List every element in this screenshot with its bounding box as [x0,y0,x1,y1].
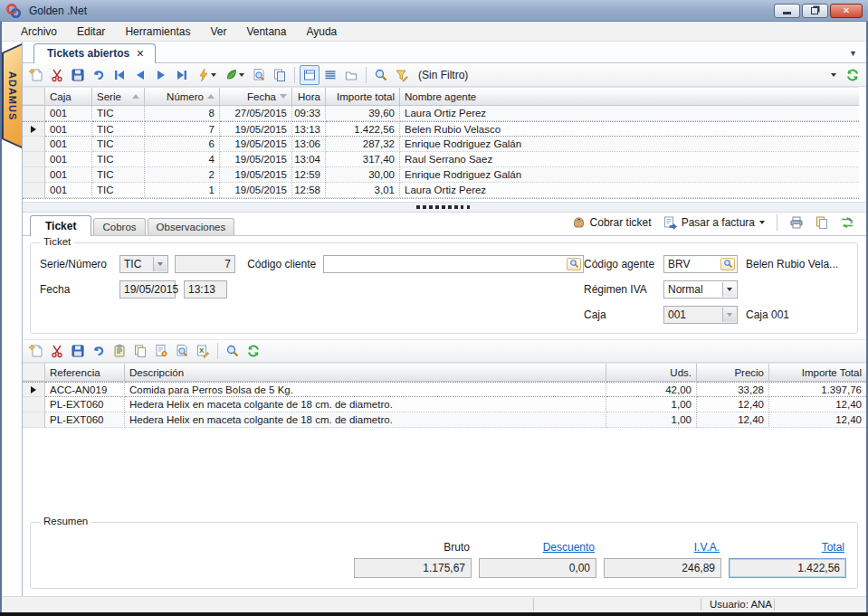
copy-button[interactable] [270,65,290,85]
row-selector[interactable] [23,121,45,137]
view-list-button[interactable] [320,65,340,85]
line-document-options-button[interactable] [151,341,171,361]
lookup-button[interactable] [720,258,735,270]
row-selector[interactable] [23,137,45,152]
filter-combo[interactable]: (Sin Filtro) [413,66,842,84]
tab-close-icon[interactable]: ✕ [136,48,144,60]
table-row[interactable]: 001TIC619/05/201513:06287,32Enrique Rodr… [23,137,859,152]
column-header-fecha[interactable]: Fecha [220,88,292,105]
row-selector[interactable] [23,106,45,121]
filter-button[interactable] [392,65,412,85]
tab-list-dropdown-icon[interactable]: ▼ [849,49,857,58]
column-header-hora[interactable]: Hora [292,88,326,105]
view-folder-button[interactable] [341,65,361,85]
table-row[interactable]: 001TIC719/05/201513:131.422,56Belen Rubi… [23,121,859,137]
codigo-agente-field[interactable]: BRV [663,255,738,273]
restore-button[interactable] [802,4,828,18]
minimize-button[interactable] [774,4,800,18]
previous-record-button[interactable] [130,65,150,85]
tab-cobros[interactable]: Cobros [93,218,145,235]
row-selector[interactable] [23,397,45,412]
hora-field[interactable]: 13:13 [184,280,227,299]
codigo-cliente-field[interactable] [323,255,584,273]
column-header-nombre-agente[interactable]: Nombre agente [400,88,859,105]
line-search-button[interactable] [223,341,243,361]
row-selector[interactable] [23,167,45,183]
pasar-a-factura-button[interactable]: Pasar a factura [660,214,768,231]
recalculate-button[interactable]: 5 [837,213,857,232]
row-selector[interactable] [23,183,45,198]
close-button[interactable]: ✕ [830,4,863,18]
view-card-button[interactable] [300,65,320,85]
column-header-uds[interactable]: Uds. [606,364,697,381]
tab-ticket[interactable]: Ticket [30,215,91,236]
table-row[interactable]: 001TIC119/05/201512:583,01Laura Ortiz Pe… [23,183,859,198]
refresh-button[interactable] [843,65,863,85]
caja-combo[interactable]: 001 [663,306,738,324]
table-row[interactable]: 001TIC219/05/201512:5930,00Enrique Rodri… [23,167,859,183]
side-tab-adamus[interactable]: ADAMUS [2,43,22,148]
new-button[interactable] [26,65,46,85]
menu-herramientas[interactable]: Herramientas [115,23,200,41]
table-row[interactable]: PL-EXT060Hedera Helix en maceta colgante… [23,397,866,412]
regimen-iva-combo[interactable]: Normal [663,280,738,299]
fecha-field[interactable]: 19/05/2015 [119,280,176,299]
cobrar-ticket-button[interactable]: Cobrar ticket [569,214,654,231]
menu-ver[interactable]: Ver [200,23,236,41]
cut-button[interactable] [47,65,67,85]
eco-options-button[interactable] [221,65,248,85]
serie-combo[interactable]: TIC [119,255,168,273]
row-selector[interactable] [23,382,45,397]
table-cell: Hedera Helix en maceta colgante de 18 cm… [125,397,606,412]
print-preview-button[interactable] [249,65,269,85]
line-copy-button[interactable] [130,341,150,361]
quick-actions-button[interactable] [193,65,220,85]
save-button[interactable] [68,65,88,85]
tab-tickets-abiertos[interactable]: Tickets abiertos ✕ [33,43,156,63]
tab-observaciones[interactable]: Observaciones [148,218,235,235]
table-row[interactable]: 001TIC827/05/201509:3339,60Laura Ortiz P… [23,106,859,121]
line-preview-button[interactable] [172,341,192,361]
menu-ventana[interactable]: Ventana [236,23,296,41]
pane-splitter[interactable] [23,202,866,213]
svg-text:X: X [199,346,205,355]
column-header-numero[interactable]: Número [145,88,220,105]
combo-drop-button[interactable] [153,257,167,271]
resumen-link-label[interactable]: Descuento [543,541,596,554]
menu-ayuda[interactable]: Ayuda [296,23,347,41]
resumen-link-label[interactable]: I.V.A. [694,541,721,554]
column-header-precio[interactable]: Precio [697,364,769,381]
last-record-button[interactable] [172,65,192,85]
undo-button[interactable] [89,65,109,85]
print-button[interactable] [787,213,806,232]
line-refresh-button[interactable] [243,341,263,361]
line-save-button[interactable] [68,341,88,361]
column-header-importe-total[interactable]: Importe Total [769,364,866,381]
column-header-serie[interactable]: Serie [92,88,145,105]
column-header-importe-total[interactable]: Importe total [326,88,400,105]
resumen-link-label[interactable]: Total [822,541,846,554]
row-selector[interactable] [23,152,45,167]
combo-drop-button[interactable] [722,308,736,322]
column-header-caja[interactable]: Caja [45,88,92,105]
search-button[interactable] [371,65,391,85]
row-selector[interactable] [23,412,45,428]
line-new-button[interactable] [26,341,46,361]
line-undo-button[interactable] [89,341,109,361]
lookup-button[interactable] [567,258,581,270]
column-header-referencia[interactable]: Referencia [45,364,125,381]
first-record-button[interactable] [110,65,129,85]
column-header-descripcion[interactable]: Descripción [125,364,606,381]
combo-drop-button[interactable] [722,282,736,297]
line-export-excel-button[interactable]: X [193,341,213,361]
next-record-button[interactable] [151,65,171,85]
table-row[interactable]: PL-EXT060Hedera Helix en maceta colgante… [23,412,866,428]
line-notes-button[interactable] [110,341,129,361]
line-cut-button[interactable] [47,341,67,361]
table-row[interactable]: ACC-AN019Comida para Perros Bolsa de 5 K… [23,382,866,397]
menu-archivo[interactable]: Archivo [11,23,67,41]
table-row[interactable]: 001TIC419/05/201513:04317,40Raul Serrano… [23,152,859,167]
copy-document-button[interactable] [812,213,832,232]
numero-field[interactable]: 7 [175,255,235,273]
menu-editar[interactable]: Editar [67,23,115,41]
